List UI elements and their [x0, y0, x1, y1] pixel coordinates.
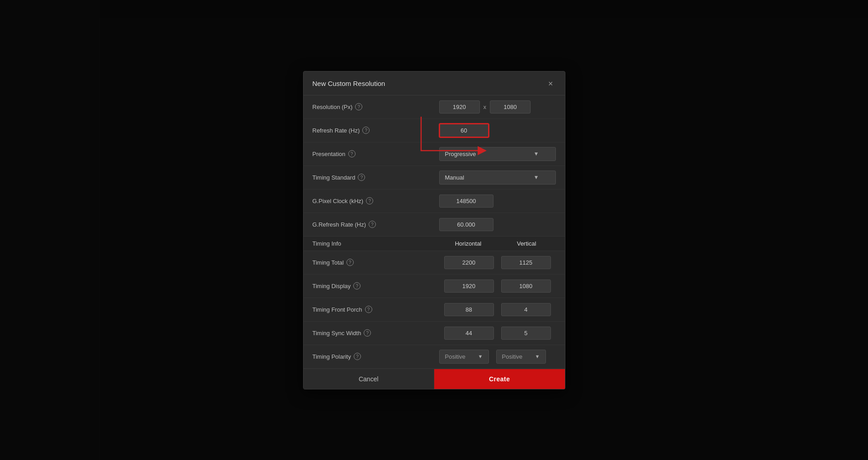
- timing-front-porch-inputs: [439, 303, 556, 316]
- presentation-help-icon[interactable]: ?: [348, 150, 356, 157]
- resolution-label: Resolution (Px) ?: [313, 103, 439, 110]
- timing-polarity-help-icon[interactable]: ?: [354, 353, 361, 360]
- resolution-separator: x: [484, 104, 487, 110]
- timing-sync-width-help-icon[interactable]: ?: [364, 329, 371, 337]
- refresh-rate-label: Refresh Rate (Hz) ?: [313, 127, 439, 134]
- resolution-height-input[interactable]: [490, 100, 531, 114]
- g-refresh-rate-help-icon[interactable]: ?: [369, 221, 376, 228]
- refresh-rate-help-icon[interactable]: ?: [362, 127, 370, 134]
- polarity-v-chevron-icon: ▼: [535, 354, 540, 359]
- timing-sync-width-row: Timing Sync Width ?: [304, 322, 565, 345]
- presentation-chevron-icon: ▼: [534, 151, 539, 157]
- timing-info-label: Timing Info: [313, 240, 439, 247]
- timing-front-porch-h-input[interactable]: [444, 303, 494, 316]
- timing-total-inputs: [439, 256, 556, 269]
- timing-display-row: Timing Display ?: [304, 275, 565, 298]
- refresh-rate-row: Refresh Rate (Hz) ?: [304, 119, 565, 142]
- timing-horizontal-header: Horizontal: [439, 240, 498, 247]
- timing-info-header: Timing Info Horizontal Vertical: [304, 237, 565, 251]
- timing-total-v-input[interactable]: [501, 256, 551, 269]
- refresh-rate-input[interactable]: [439, 123, 489, 138]
- timing-total-row: Timing Total ?: [304, 251, 565, 275]
- timing-front-porch-row: Timing Front Porch ?: [304, 298, 565, 322]
- refresh-rate-input-group: [439, 123, 556, 138]
- presentation-input-group: Progressive ▼: [439, 147, 556, 161]
- timing-polarity-inputs: Positive ▼ Positive ▼: [439, 350, 556, 364]
- timing-polarity-row: Timing Polarity ? Positive ▼ Positive ▼: [304, 345, 565, 369]
- timing-standard-input-group: Manual ▼: [439, 171, 556, 185]
- timing-polarity-h-select[interactable]: Positive ▼: [439, 350, 489, 364]
- timing-display-help-icon[interactable]: ?: [353, 282, 360, 289]
- resolution-row: Resolution (Px) ? x: [304, 95, 565, 119]
- presentation-select[interactable]: Progressive ▼: [439, 147, 556, 161]
- timing-standard-label: Timing Standard ?: [313, 174, 439, 181]
- timing-standard-select[interactable]: Manual ▼: [439, 171, 556, 185]
- resolution-input-group: x: [439, 100, 556, 114]
- close-button[interactable]: ×: [545, 79, 556, 89]
- timing-total-label: Timing Total ?: [313, 259, 439, 266]
- resolution-help-icon[interactable]: ?: [355, 103, 362, 110]
- timing-total-help-icon[interactable]: ?: [346, 259, 354, 266]
- timing-front-porch-help-icon[interactable]: ?: [365, 306, 372, 313]
- pixel-clock-label: G.Pixel Clock (kHz) ?: [313, 197, 439, 204]
- timing-sync-width-h-input[interactable]: [444, 327, 494, 340]
- dialog-backdrop: New Custom Resolution × Resolution (Px) …: [0, 0, 868, 460]
- dialog-header: New Custom Resolution ×: [304, 71, 565, 95]
- g-refresh-rate-label: G.Refresh Rate (Hz) ?: [313, 221, 439, 228]
- timing-display-h-input[interactable]: [444, 280, 494, 293]
- dialog-title: New Custom Resolution: [313, 80, 385, 87]
- timing-standard-help-icon[interactable]: ?: [358, 174, 365, 181]
- timing-sync-width-v-input[interactable]: [501, 327, 551, 340]
- g-refresh-rate-input[interactable]: [439, 218, 493, 231]
- timing-total-h-input[interactable]: [444, 256, 494, 269]
- presentation-label: Presentation ?: [313, 150, 439, 157]
- dialog-body: Resolution (Px) ? x Refresh Rate (Hz) ?: [304, 95, 565, 369]
- timing-polarity-v-select[interactable]: Positive ▼: [496, 350, 546, 364]
- dialog-footer: Cancel Create: [304, 369, 565, 389]
- timing-display-inputs: [439, 280, 556, 293]
- timing-polarity-label: Timing Polarity ?: [313, 353, 439, 360]
- timing-standard-chevron-icon: ▼: [534, 174, 539, 180]
- timing-standard-row: Timing Standard ? Manual ▼: [304, 166, 565, 190]
- pixel-clock-help-icon[interactable]: ?: [366, 197, 373, 204]
- dialog: New Custom Resolution × Resolution (Px) …: [303, 71, 565, 389]
- timing-display-v-input[interactable]: [501, 280, 551, 293]
- cancel-button[interactable]: Cancel: [304, 369, 435, 389]
- create-button[interactable]: Create: [434, 369, 565, 389]
- timing-display-label: Timing Display ?: [313, 282, 439, 289]
- g-refresh-rate-input-group: [439, 218, 556, 231]
- polarity-h-chevron-icon: ▼: [478, 354, 483, 359]
- timing-sync-width-label: Timing Sync Width ?: [313, 329, 439, 337]
- g-refresh-rate-row: G.Refresh Rate (Hz) ?: [304, 213, 565, 237]
- timing-sync-width-inputs: [439, 327, 556, 340]
- timing-front-porch-v-input[interactable]: [501, 303, 551, 316]
- pixel-clock-input-group: [439, 194, 556, 208]
- pixel-clock-row: G.Pixel Clock (kHz) ?: [304, 190, 565, 213]
- presentation-row: Presentation ? Progressive ▼: [304, 142, 565, 166]
- timing-vertical-header: Vertical: [498, 240, 556, 247]
- timing-front-porch-label: Timing Front Porch ?: [313, 306, 439, 313]
- pixel-clock-input[interactable]: [439, 194, 493, 208]
- resolution-width-input[interactable]: [439, 100, 480, 114]
